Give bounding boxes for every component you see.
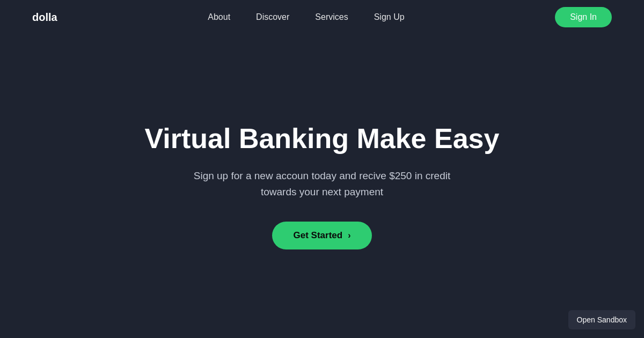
nav-link-about[interactable]: About bbox=[208, 12, 230, 21]
brand-logo: dolla bbox=[32, 11, 57, 24]
hero-title: Virtual Banking Make Easy bbox=[145, 123, 500, 155]
nav-links: About Discover Services Sign Up bbox=[208, 12, 404, 22]
nav-item-services[interactable]: Services bbox=[315, 12, 348, 22]
chevron-right-icon: › bbox=[348, 231, 350, 240]
nav-link-services[interactable]: Services bbox=[315, 12, 348, 21]
nav-link-discover[interactable]: Discover bbox=[256, 12, 289, 21]
get-started-label: Get Started bbox=[294, 230, 343, 241]
sign-in-button[interactable]: Sign In bbox=[555, 7, 612, 27]
nav-item-discover[interactable]: Discover bbox=[256, 12, 289, 22]
hero-section: Virtual Banking Make Easy Sign up for a … bbox=[0, 34, 644, 338]
nav-link-signup[interactable]: Sign Up bbox=[374, 12, 405, 21]
nav-item-signup[interactable]: Sign Up bbox=[374, 12, 405, 22]
nav-item-about[interactable]: About bbox=[208, 12, 230, 22]
hero-subtitle: Sign up for a new accoun today and reciv… bbox=[182, 168, 462, 201]
get-started-button[interactable]: Get Started › bbox=[272, 222, 372, 249]
open-sandbox-button[interactable]: Open Sandbox bbox=[568, 310, 635, 329]
navbar: dolla About Discover Services Sign Up Si… bbox=[0, 0, 644, 34]
